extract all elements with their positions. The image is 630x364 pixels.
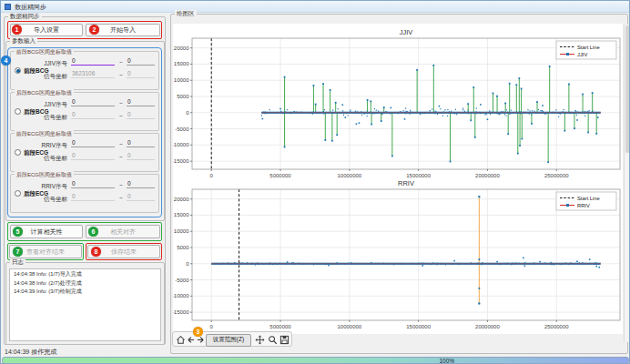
coord-to-input[interactable] [127,192,155,201]
field-label-index: RRIV序号 [31,142,67,150]
coord-to-input[interactable] [127,110,155,119]
range-tilde: ~ [119,100,123,106]
legend: Start LineJJIV [556,41,616,59]
step-badge-3: 3 [193,327,203,337]
progress-text: 100% [439,358,454,364]
log-line: 14:04:39 Info: (3/7)绘制完成 [14,288,160,296]
radio-front-ecg[interactable] [15,149,21,156]
log-line: 14:04:38 Info: (1/7)导入完成 [14,271,160,278]
svg-text:20000: 20000 [174,46,189,51]
step-badge-2: 2 [89,25,99,35]
chart-title: JJIV [400,28,413,36]
section-title: 前段ECG区间坐标取值 [15,130,74,138]
svg-text:5000: 5000 [177,245,189,250]
svg-text:10000000: 10000000 [337,324,361,329]
svg-text:-5000: -5000 [175,278,189,283]
svg-text:RRIV: RRIV [577,203,590,208]
index-from-input[interactable] [71,138,115,147]
save-icon[interactable] [279,334,290,346]
svg-text:-5000: -5000 [175,126,189,132]
radio-rear-bcg[interactable] [15,108,21,115]
index-to-input[interactable] [127,56,155,66]
chart-rriv: 0500000010000000150000002000000025000000… [173,179,620,329]
index-to-input[interactable] [127,179,155,188]
svg-text:15000000: 15000000 [406,173,431,178]
field-label-index: RRIV序号 [31,183,67,191]
svg-text:Start Line: Start Line [577,196,600,201]
svg-text:JJIV: JJIV [577,52,587,57]
svg-text:10000: 10000 [174,77,189,83]
range-tilde: ~ [119,113,123,119]
svg-text:15000: 15000 [174,212,189,217]
app-icon [5,4,11,10]
svg-text:-10000: -10000 [173,293,189,298]
section-title: 后段BCG区间坐标取值 [15,89,74,97]
zoom-icon[interactable] [267,334,278,346]
range-tilde: ~ [119,182,123,188]
index-from-input[interactable] [71,179,115,188]
svg-text:15000: 15000 [174,61,189,66]
section-title: 前段BCG区间坐标取值 [15,48,74,56]
index-from-input[interactable] [71,56,115,66]
svg-text:Start Line: Start Line [577,45,600,50]
coord-from-input[interactable] [71,192,115,201]
plot-toolbar: 设置范围(Z) [172,331,292,347]
radio-front-bcg[interactable] [15,67,21,74]
svg-text:-10000: -10000 [173,142,189,147]
coord-from-input[interactable] [71,110,115,119]
chart-title: RRIV [398,179,414,187]
coord-from-input[interactable] [71,151,115,160]
index-from-input[interactable] [71,97,115,106]
legend: Start LineRRIV [556,192,616,210]
field-label-coord: 信号坐标 [31,114,67,122]
svg-text:20000: 20000 [174,197,189,202]
field-label-coord: 信号坐标 [31,73,67,81]
svg-text:20000000: 20000000 [475,173,500,178]
param-section-front-bcg: 前段BCG区间坐标取值 前段BCG JJIV序号 ~ 信号坐标 ~ [10,51,159,90]
log-group-label: 日志 [10,258,25,267]
svg-text:10000000: 10000000 [337,173,361,178]
svg-text:5000000: 5000000 [269,324,291,329]
svg-text:-15000: -15000 [173,158,189,164]
coord-to-input[interactable] [127,151,155,160]
svg-text:10000: 10000 [174,228,189,234]
app-window: 数据精同步 数据精同步 导入设置 开始导入 1 2 参数输入 4 前段BCG区间… [0,0,630,364]
svg-text:25000000: 25000000 [544,324,569,329]
step-badge-1: 1 [12,25,22,35]
set-range-button[interactable]: 设置范围(Z) [206,334,251,347]
range-tilde: ~ [119,195,123,201]
step-badge-7: 7 [13,247,23,257]
svg-text:-15000: -15000 [173,309,189,315]
param-section-rear-ecg: 后段ECG区间坐标取值 后段ECG RRIV序号 ~ 信号坐标 ~ [10,174,159,213]
plot-canvas[interactable]: 0500000010000000150000002000000025000000… [173,24,623,334]
range-tilde: ~ [119,72,123,78]
field-label-index: JJIV序号 [31,101,67,109]
svg-text:0: 0 [186,261,189,267]
coord-from-input[interactable] [71,69,115,78]
title-bar[interactable]: 数据精同步 [1,1,630,13]
field-label-coord: 信号坐标 [31,196,67,204]
range-tilde: ~ [119,154,123,160]
svg-text:20000000: 20000000 [475,324,500,329]
svg-text:0: 0 [186,110,189,116]
log-textarea[interactable]: 14:04:38 Info: (1/7)导入完成 14:04:38 Info: … [9,268,161,341]
pan-icon[interactable] [254,334,265,346]
coord-to-input[interactable] [127,69,155,78]
field-label-index: JJIV序号 [31,60,67,68]
index-to-input[interactable] [127,97,155,106]
svg-text:15000000: 15000000 [406,324,431,329]
scrollbar-thumb[interactable] [625,25,630,153]
index-to-input[interactable] [127,138,155,147]
range-tilde: ~ [119,141,123,147]
plot-scrollbar[interactable] [624,25,629,342]
svg-text:5000000: 5000000 [269,173,291,178]
step-badge-6: 6 [88,227,98,237]
step-badge-4: 4 [1,56,11,66]
param-section-rear-bcg: 后段BCG区间坐标取值 后段BCG JJIV序号 ~ 信号坐标 ~ [10,92,159,131]
param-section-front-ecg: 前段ECG区间坐标取值 前段ECG RRIV序号 ~ 信号坐标 ~ [10,133,159,172]
log-line: 14:04:38 Info: (2/7)处理完成 [14,280,160,288]
param-group-label: 参数输入 [10,37,37,46]
radio-rear-ecg[interactable] [15,190,21,197]
section-title: 后段ECG区间坐标取值 [15,171,74,179]
svg-text:25000000: 25000000 [544,173,569,178]
